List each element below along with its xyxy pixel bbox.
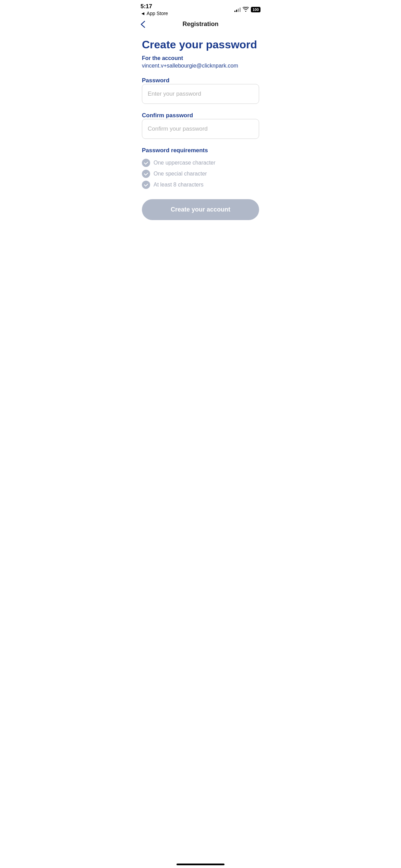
app-store-link[interactable]: ◄ App Store (141, 11, 168, 16)
account-email: vincent.v+sallebourgie@clicknpark.com (142, 63, 259, 69)
requirements-list: One uppercase character One special char… (142, 159, 259, 189)
requirement-special-text: One special character (154, 171, 207, 177)
password-input[interactable] (142, 84, 259, 104)
check-icon-length (142, 181, 150, 189)
wifi-icon (243, 7, 249, 13)
back-arrow-icon: ◄ (141, 11, 145, 16)
main-content: Create your password For the account vin… (134, 31, 267, 234)
create-account-button[interactable]: Create your account (142, 199, 259, 220)
status-bar: 5:17 ◄ App Store 100 (134, 0, 267, 17)
battery-level: 100 (253, 8, 259, 12)
battery-icon: 100 (251, 7, 260, 12)
requirement-special: One special character (142, 170, 259, 178)
requirement-length-text: At least 8 characters (154, 182, 204, 188)
status-time: 5:17 (141, 3, 168, 10)
nav-bar: Registration (134, 17, 267, 31)
confirm-password-input[interactable] (142, 119, 259, 139)
status-left: 5:17 ◄ App Store (141, 3, 168, 16)
page-title: Create your password (142, 38, 259, 51)
password-label: Password (142, 77, 169, 84)
nav-title: Registration (182, 21, 218, 28)
signal-icon (234, 7, 241, 12)
account-label: For the account (142, 55, 259, 61)
confirm-password-label: Confirm password (142, 112, 193, 119)
status-right: 100 (234, 7, 260, 13)
requirement-uppercase-text: One uppercase character (154, 160, 216, 166)
check-icon-uppercase (142, 159, 150, 167)
requirements-title: Password requirements (142, 147, 259, 154)
requirement-length: At least 8 characters (142, 181, 259, 189)
requirement-uppercase: One uppercase character (142, 159, 259, 167)
app-store-label: App Store (147, 11, 168, 16)
check-icon-special (142, 170, 150, 178)
back-button[interactable] (141, 21, 145, 28)
